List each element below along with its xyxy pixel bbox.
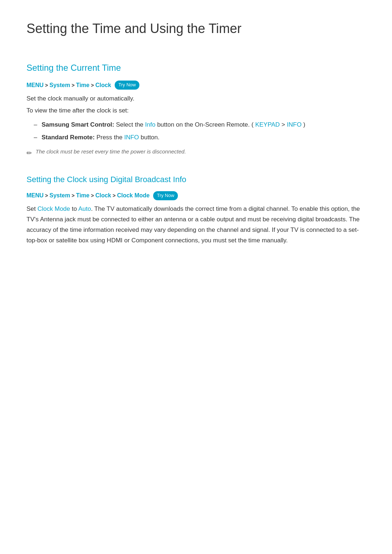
bullet-2-text-part2: button. <box>141 134 160 141</box>
bullet-item-1-text: Samsung Smart Control: Select the Info b… <box>41 120 305 130</box>
try-now-badge-2[interactable]: Try Now <box>153 191 178 200</box>
bullet-dash-2: – <box>34 132 37 142</box>
breadcrumb2-sep2: > <box>72 192 74 200</box>
breadcrumb2-clock: Clock <box>95 191 111 200</box>
breadcrumb-digital-broadcast: MENU > System > Time > Clock > Clock Mod… <box>26 191 366 200</box>
section2-para-start: Set <box>26 205 37 212</box>
samsung-smart-control-label: Samsung Smart Control: <box>41 121 114 128</box>
info-link-2: INFO <box>287 121 302 128</box>
section-current-time: Setting the Current Time MENU > System >… <box>26 61 366 159</box>
section1-line2: To view the time after the clock is set: <box>26 106 366 115</box>
breadcrumb-time: Time <box>76 81 89 90</box>
note-block-section1: ✏ The clock must be reset every time the… <box>26 147 366 159</box>
breadcrumb-sep1: > <box>45 81 48 89</box>
list-item: – Samsung Smart Control: Select the Info… <box>34 120 366 130</box>
standard-remote-label: Standard Remote: <box>41 134 94 141</box>
bullet-item-2-text: Standard Remote: Press the INFO button. <box>41 132 159 142</box>
bullet-1-text-part3: > <box>282 121 287 128</box>
pencil-icon: ✏ <box>26 148 32 159</box>
breadcrumb2-clock-mode: Clock Mode <box>117 191 150 200</box>
breadcrumb2-system: System <box>49 191 70 200</box>
breadcrumb-sep2: > <box>72 81 74 89</box>
clock-mode-link: Clock Mode <box>37 205 70 212</box>
section2-paragraph: Set Clock Mode to Auto. The TV automatic… <box>26 204 366 246</box>
info-link-3: INFO <box>124 134 139 141</box>
bullet-2-text-part1: Press the <box>97 134 124 141</box>
bullet-dash-1: – <box>34 120 37 130</box>
breadcrumb2-sep3: > <box>91 192 94 200</box>
breadcrumb-system: System <box>49 81 70 90</box>
list-item: – Standard Remote: Press the INFO button… <box>34 132 366 142</box>
breadcrumb-sep3: > <box>91 81 94 89</box>
breadcrumb2-sep1: > <box>45 192 48 200</box>
bullet-1-text-part2: button on the On-Screen Remote. ( <box>157 121 254 128</box>
info-link-1: Info <box>145 121 155 128</box>
breadcrumb-current-time: MENU > System > Time > Clock Try Now <box>26 81 366 90</box>
keypad-link: KEYPAD <box>255 121 280 128</box>
bullet-1-text-part4: ) <box>303 121 306 128</box>
page-title: Setting the Time and Using the Timer <box>26 18 366 43</box>
auto-link: Auto <box>78 205 91 212</box>
breadcrumb-menu: MENU <box>26 81 44 90</box>
section-heading-current-time: Setting the Current Time <box>26 61 366 75</box>
section-heading-digital-broadcast: Setting the Clock using Digital Broadcas… <box>26 173 366 186</box>
section-digital-broadcast: Setting the Clock using Digital Broadcas… <box>26 173 366 246</box>
note-text-section1: The clock must be reset every time the p… <box>36 147 186 156</box>
bullet-1-text-part1: Select the <box>116 121 145 128</box>
breadcrumb2-sep4: > <box>113 192 115 200</box>
section2-to-text: to <box>70 205 78 212</box>
section1-line1: Set the clock manually or automatically. <box>26 94 366 103</box>
breadcrumb-clock: Clock <box>95 81 111 90</box>
breadcrumb2-menu: MENU <box>26 191 44 200</box>
try-now-badge-1[interactable]: Try Now <box>115 81 139 90</box>
breadcrumb2-time: Time <box>76 191 89 200</box>
bullet-list-section1: – Samsung Smart Control: Select the Info… <box>26 120 366 142</box>
